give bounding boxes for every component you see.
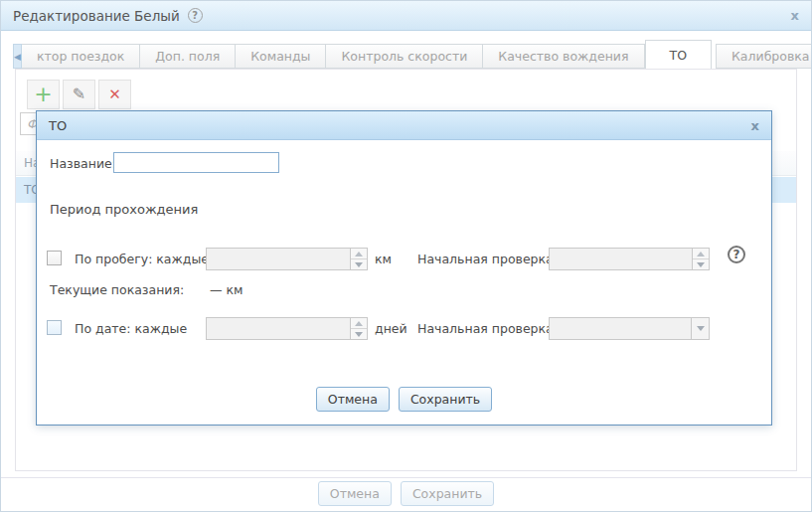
mileage-initial-spinfield	[549, 248, 710, 270]
mileage-initial-spinner	[692, 249, 709, 269]
footer-save-button[interactable]: Сохранить	[401, 481, 494, 506]
mileage-interval-spinfield	[206, 248, 368, 270]
window-titlebar: Редактирование Белый ? x	[1, 1, 811, 31]
name-label: Название:	[50, 156, 116, 171]
date-checkbox[interactable]	[47, 320, 62, 335]
window-footer: Отмена Сохранить	[1, 481, 811, 506]
spinner-up-icon	[355, 321, 363, 326]
spinner-down-button[interactable]	[351, 329, 367, 339]
tab-maintenance[interactable]: ТО	[645, 40, 712, 69]
date-initial-label: Начальная проверка:	[417, 321, 558, 336]
spinner-up-button[interactable]	[351, 318, 367, 329]
tab-custom-fields[interactable]: Доп. поля	[140, 44, 236, 69]
dialog-header[interactable]: ТО x	[37, 111, 771, 140]
tab-commands[interactable]: Команды	[236, 44, 326, 69]
edit-unit-window: Редактирование Белый ? x ◀ ктор поездок …	[0, 0, 812, 512]
dialog-title: ТО	[49, 118, 67, 133]
tab-trip-detector[interactable]: ктор поездок	[22, 44, 140, 69]
dialog-save-button[interactable]: Сохранить	[399, 387, 492, 412]
add-interval-button[interactable]: +	[27, 80, 60, 109]
spinner-down-icon	[355, 332, 363, 337]
date-initial-dropdown[interactable]	[549, 317, 710, 340]
name-input[interactable]	[113, 152, 279, 173]
dialog-cancel-button[interactable]: Отмена	[316, 387, 390, 412]
mileage-initial-input[interactable]	[550, 249, 692, 269]
footer-divider	[1, 477, 811, 478]
date-unit-label: дней	[375, 321, 407, 336]
tab-accelerometer-calibration[interactable]: Калибровка акселерометра	[716, 44, 812, 69]
footer-cancel-button[interactable]: Отмена	[318, 481, 392, 506]
dialog-close-icon[interactable]: x	[751, 118, 759, 133]
spinner-up-button[interactable]	[351, 249, 367, 259]
date-label: По дате: каждые	[75, 321, 187, 336]
tab-speed-control[interactable]: Контроль скорости	[326, 44, 483, 69]
date-interval-spinner	[350, 318, 367, 339]
plus-icon: +	[34, 84, 52, 105]
dialog-buttons: Отмена Сохранить	[37, 387, 771, 412]
maintenance-interval-dialog: ТО x Название: Период прохождения По про…	[36, 110, 772, 426]
spinner-down-button[interactable]	[351, 259, 367, 269]
current-readings-value: — км	[210, 282, 243, 297]
dropdown-button[interactable]	[691, 318, 709, 339]
mileage-unit-label: км	[375, 252, 392, 266]
tab-driving-quality[interactable]: Качество вождения	[483, 44, 644, 69]
window-title: Редактирование Белый	[13, 8, 180, 24]
section-title: Период прохождения	[50, 202, 198, 217]
delete-interval-button[interactable]: ✕	[98, 80, 131, 109]
mileage-interval-spinner	[350, 249, 367, 269]
spinner-down-icon	[355, 262, 363, 267]
spinner-up-icon	[355, 252, 363, 256]
spinner-up-button[interactable]	[693, 249, 709, 259]
spinner-down-button[interactable]	[693, 259, 709, 269]
mileage-initial-label: Начальная проверка:	[417, 252, 558, 266]
interval-help-icon[interactable]: ?	[728, 246, 745, 263]
edit-interval-button[interactable]: ✎	[63, 80, 95, 109]
chevron-down-icon	[697, 326, 705, 331]
spinner-down-icon	[697, 262, 705, 267]
mileage-checkbox[interactable]	[47, 251, 62, 265]
mileage-label: По пробегу: каждые	[75, 252, 209, 266]
title-help-icon[interactable]: ?	[188, 8, 203, 23]
date-interval-input[interactable]	[207, 318, 350, 339]
dialog-body: Название: Период прохождения По пробегу:…	[37, 140, 771, 426]
mileage-interval-input[interactable]	[207, 249, 350, 269]
date-initial-value	[550, 318, 691, 339]
tab-scroll-left-icon[interactable]: ◀	[13, 44, 22, 69]
spinner-up-icon	[697, 252, 705, 256]
maintenance-toolbar: + ✎ ✕	[27, 80, 131, 109]
current-readings-label: Текущие показания:	[50, 282, 184, 297]
tab-strip: ◀ ктор поездок Доп. поля Команды Контрол…	[13, 40, 799, 69]
window-close-icon[interactable]: x	[791, 9, 799, 22]
pencil-icon: ✎	[73, 86, 85, 102]
date-interval-spinfield	[206, 317, 368, 340]
delete-cross-icon: ✕	[108, 87, 121, 102]
